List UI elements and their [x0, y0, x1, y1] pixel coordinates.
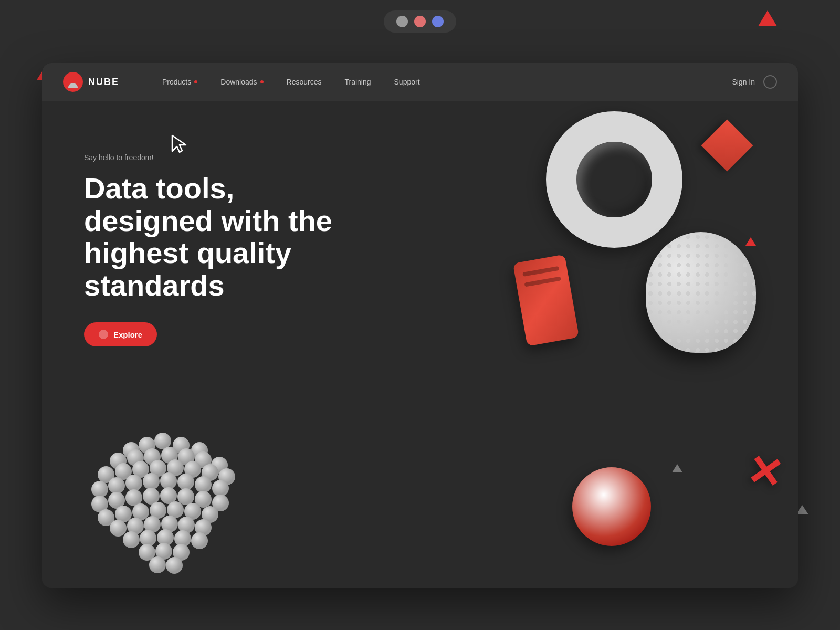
- inner-triangle-white: [672, 464, 682, 472]
- chrome-dot-blue[interactable]: [432, 16, 444, 27]
- svg-point-24: [160, 472, 177, 489]
- bumpy-texture: [646, 232, 756, 353]
- hero-section: Say hello to freedom! Data tools, design…: [42, 101, 798, 588]
- 3d-sphere: [572, 467, 651, 546]
- hero-tagline: Say hello to freedom!: [84, 153, 357, 162]
- nav-dot-products: [194, 80, 197, 83]
- svg-point-53: [191, 532, 208, 549]
- svg-point-27: [212, 480, 229, 497]
- nav-right: Sign In: [732, 75, 777, 89]
- svg-point-23: [143, 473, 160, 490]
- nav-item-products[interactable]: Products: [151, 74, 209, 90]
- 3d-bubble-cluster: [74, 430, 252, 588]
- browser-chrome: [384, 10, 456, 33]
- nav-item-training[interactable]: Training: [333, 74, 382, 90]
- browser-window: NUBE Products Downloads Resources Traini…: [42, 63, 798, 588]
- chrome-dot-gray[interactable]: [396, 16, 408, 27]
- svg-point-49: [123, 531, 140, 548]
- 3d-cylinder: [513, 255, 579, 346]
- svg-point-21: [108, 477, 125, 494]
- deco-triangle-top-right: [758, 10, 777, 26]
- navbar: NUBE Products Downloads Resources Traini…: [42, 63, 798, 101]
- hero-title: Data tools, designed with the highest qu…: [84, 172, 357, 301]
- svg-point-22: [125, 475, 142, 491]
- logo-text: NUBE: [88, 77, 119, 88]
- svg-point-25: [177, 474, 194, 490]
- 3d-bumpy-roller: [646, 232, 756, 353]
- nav-dot-downloads: [260, 80, 264, 83]
- nav-item-support[interactable]: Support: [383, 74, 432, 90]
- svg-point-58: [166, 557, 183, 574]
- nav-circle-button[interactable]: [763, 75, 777, 89]
- svg-point-33: [177, 488, 194, 505]
- nav-item-resources[interactable]: Resources: [275, 74, 333, 90]
- chrome-dot-red[interactable]: [414, 16, 426, 27]
- sign-in-button[interactable]: Sign In: [732, 78, 755, 86]
- nav-links: Products Downloads Resources Training Su…: [151, 74, 732, 90]
- svg-point-20: [91, 481, 108, 498]
- explore-button[interactable]: Explore: [84, 322, 157, 346]
- 3d-torus: [546, 111, 682, 248]
- svg-point-43: [110, 520, 127, 537]
- inner-triangle-red: [746, 237, 756, 246]
- svg-point-26: [195, 476, 212, 493]
- explore-button-icon: [99, 330, 108, 339]
- 3d-cross: ✕: [744, 449, 786, 496]
- 3d-diamond: [701, 120, 753, 172]
- svg-point-57: [149, 556, 166, 573]
- logo-icon: [63, 72, 83, 92]
- hero-content: Say hello to freedom! Data tools, design…: [84, 153, 357, 346]
- nav-item-downloads[interactable]: Downloads: [209, 74, 275, 90]
- logo[interactable]: NUBE: [63, 72, 119, 92]
